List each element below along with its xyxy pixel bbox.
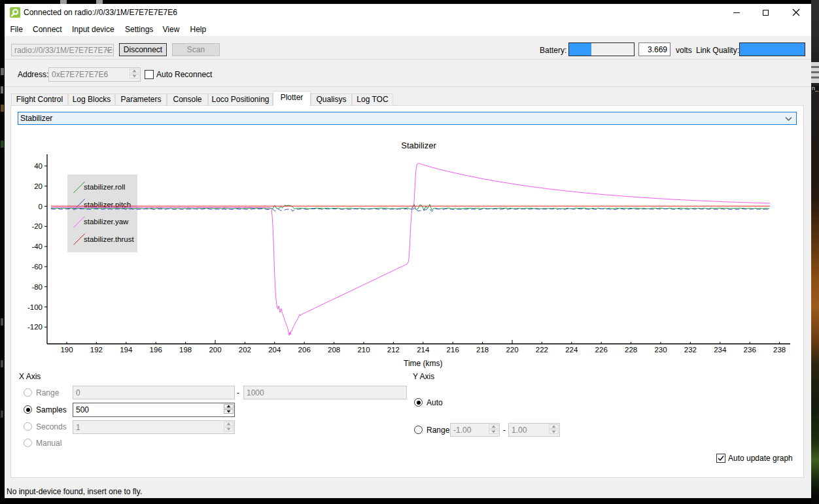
svg-text:218: 218 bbox=[476, 346, 489, 354]
svg-text:-120: -120 bbox=[27, 323, 43, 331]
svg-text:200: 200 bbox=[209, 346, 221, 354]
svg-text:194: 194 bbox=[120, 346, 133, 354]
svg-text:228: 228 bbox=[625, 346, 637, 354]
svg-text:206: 206 bbox=[298, 346, 311, 354]
svg-text:190: 190 bbox=[60, 346, 73, 354]
svg-text:202: 202 bbox=[239, 346, 251, 354]
svg-text:212: 212 bbox=[387, 346, 400, 354]
svg-text:196: 196 bbox=[150, 346, 162, 354]
svg-text:stabilizer.pitch: stabilizer.pitch bbox=[84, 201, 131, 209]
svg-text:234: 234 bbox=[714, 346, 727, 354]
svg-text:224: 224 bbox=[565, 346, 578, 354]
svg-text:stabilizer.yaw: stabilizer.yaw bbox=[84, 218, 129, 226]
svg-text:0: 0 bbox=[39, 203, 43, 210]
svg-text:stabilizer.roll: stabilizer.roll bbox=[84, 183, 125, 191]
svg-text:204: 204 bbox=[268, 346, 281, 354]
svg-text:192: 192 bbox=[90, 346, 103, 354]
svg-text:-40: -40 bbox=[31, 243, 43, 250]
svg-text:238: 238 bbox=[773, 346, 786, 354]
svg-text:214: 214 bbox=[417, 346, 430, 354]
svg-text:198: 198 bbox=[179, 346, 192, 354]
svg-text:210: 210 bbox=[357, 346, 370, 354]
svg-text:236: 236 bbox=[744, 346, 756, 354]
svg-text:222: 222 bbox=[536, 346, 548, 354]
svg-text:Stabilizer: Stabilizer bbox=[401, 141, 436, 150]
svg-text:40: 40 bbox=[34, 162, 43, 170]
svg-text:-80: -80 bbox=[31, 283, 43, 291]
svg-text:230: 230 bbox=[654, 346, 667, 354]
svg-text:stabilizer.thrust: stabilizer.thrust bbox=[84, 235, 135, 243]
svg-text:-100: -100 bbox=[27, 303, 43, 311]
svg-text:-20: -20 bbox=[31, 222, 43, 230]
svg-text:-60: -60 bbox=[31, 263, 43, 271]
svg-text:20: 20 bbox=[34, 182, 43, 190]
svg-text:208: 208 bbox=[328, 346, 340, 354]
svg-text:232: 232 bbox=[684, 346, 697, 354]
svg-text:226: 226 bbox=[595, 346, 608, 354]
svg-text:220: 220 bbox=[506, 346, 518, 354]
svg-text:216: 216 bbox=[447, 346, 459, 354]
